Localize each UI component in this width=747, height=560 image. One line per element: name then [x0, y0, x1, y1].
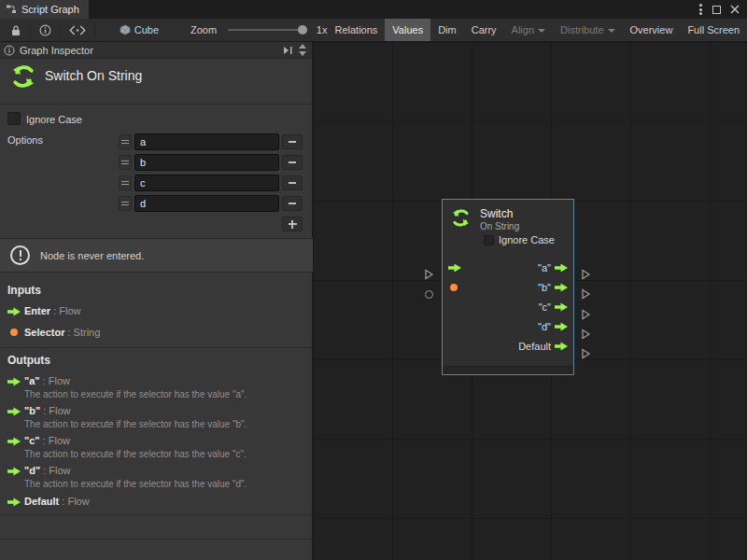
code-icon	[69, 25, 86, 35]
info-icon	[4, 45, 15, 56]
warning-icon	[10, 245, 30, 265]
tab-script-graph[interactable]: Script Graph	[0, 0, 89, 19]
minus-icon	[289, 141, 296, 143]
dim-button[interactable]: Dim	[430, 19, 464, 41]
flow-connector-icon[interactable]	[581, 309, 591, 320]
port-type: : Flow	[62, 496, 89, 507]
port-label: "d"	[538, 321, 551, 332]
carry-button[interactable]: Carry	[464, 19, 504, 41]
option-remove-button[interactable]	[282, 134, 303, 149]
port-name: "a"	[24, 375, 40, 386]
option-remove-button[interactable]	[282, 196, 303, 211]
node-subtitle: On String	[480, 221, 519, 231]
port-name: "b"	[24, 405, 40, 416]
warning-box: Node is never entered.	[0, 238, 313, 273]
code-preview-button[interactable]	[63, 19, 92, 41]
option-value-input[interactable]	[134, 175, 279, 191]
switch-unit-icon	[450, 207, 472, 229]
values-button[interactable]: Values	[385, 19, 430, 41]
toolbar-right-group: Relations Values Dim Carry Align Distrib…	[327, 19, 747, 41]
option-drag-handle[interactable]	[119, 196, 132, 211]
port-description: The action to execute if the selector ha…	[24, 419, 247, 429]
options-list	[119, 132, 303, 231]
dock-panel-icon[interactable]	[282, 46, 293, 55]
option-remove-button[interactable]	[282, 155, 303, 170]
flow-connector-icon[interactable]	[581, 269, 591, 280]
flow-port-icon	[7, 467, 21, 476]
option-drag-handle[interactable]	[119, 175, 132, 190]
flow-port-icon	[7, 377, 21, 386]
option-value-input[interactable]	[134, 195, 279, 212]
flow-connector-icon[interactable]	[581, 329, 591, 340]
switch-node[interactable]: Switch On String Ignore Case "a" "b"	[442, 199, 574, 375]
scroll-up-icon[interactable]	[299, 44, 306, 49]
relations-button[interactable]: Relations	[327, 19, 385, 41]
flow-connector-icon[interactable]	[581, 348, 591, 359]
scroll-down-icon[interactable]	[299, 51, 306, 56]
node-ignore-case-checkbox[interactable]	[484, 235, 494, 245]
value-connector-icon[interactable]	[425, 290, 433, 299]
flow-connector-icon[interactable]	[424, 269, 434, 280]
port-label: "a"	[538, 262, 551, 273]
port-type: : Flow	[43, 405, 70, 416]
align-label: Align	[512, 24, 534, 35]
minus-icon	[289, 203, 296, 204]
node-header[interactable]: Switch On String	[443, 200, 573, 231]
ignore-case-checkbox[interactable]	[7, 112, 21, 125]
option-remove-button[interactable]	[282, 175, 303, 190]
port-name: "c"	[24, 435, 40, 446]
output-default: Default : Flow	[24, 496, 90, 507]
output-c: "c" : Flow	[24, 435, 70, 446]
output-port-icon[interactable]	[555, 342, 568, 351]
graph-inspector-panel: Graph Inspector Switch On String Ignore …	[0, 42, 313, 560]
input-enter: Enter : Flow	[24, 305, 81, 316]
port-type: : Flow	[43, 435, 70, 446]
plus-icon	[289, 220, 297, 229]
flow-connector-icon[interactable]	[581, 288, 591, 300]
minus-icon	[289, 161, 296, 163]
option-row	[119, 152, 303, 173]
chevron-down-icon	[608, 29, 615, 33]
inspector-header: Graph Inspector	[0, 42, 312, 59]
selector-port-icon[interactable]	[450, 284, 458, 291]
port-name: Enter	[24, 305, 50, 316]
overview-button[interactable]: Overview	[623, 19, 681, 41]
graph-owner-button[interactable]: Cube	[112, 19, 166, 41]
switch-unit-icon	[9, 63, 37, 91]
port-type: : String	[67, 327, 100, 338]
output-a: "a" : Flow	[24, 375, 70, 386]
output-port-icon[interactable]	[555, 322, 568, 331]
zoom-slider-knob[interactable]	[298, 25, 307, 35]
graph-canvas[interactable]: Switch On String Ignore Case "a" "b"	[313, 42, 747, 560]
output-port-icon[interactable]	[555, 263, 568, 273]
panel-scroll-arrows[interactable]	[299, 44, 308, 56]
fullscreen-button[interactable]: Full Screen	[680, 19, 747, 41]
port-type: : Flow	[43, 465, 70, 476]
enter-port-icon[interactable]	[448, 263, 461, 273]
close-icon[interactable]	[730, 5, 740, 14]
distribute-label: Distribute	[560, 24, 603, 35]
zoom-label: Zoom	[190, 24, 217, 35]
window-menu-icon[interactable]	[699, 4, 703, 15]
node-footer	[443, 366, 573, 374]
option-value-input[interactable]	[134, 154, 279, 171]
option-drag-handle[interactable]	[119, 155, 132, 170]
lock-button[interactable]	[4, 19, 28, 41]
output-port-icon[interactable]	[555, 283, 568, 292]
info-button[interactable]	[33, 19, 58, 41]
port-row: "c"	[443, 297, 573, 316]
string-port-icon	[10, 329, 18, 336]
option-row	[119, 173, 303, 193]
node-ignore-case-label: Ignore Case	[499, 234, 555, 245]
zoom-slider[interactable]	[228, 29, 305, 31]
port-row: "d"	[443, 316, 573, 336]
option-value-input[interactable]	[134, 133, 279, 150]
option-drag-handle[interactable]	[119, 134, 132, 149]
options-label: Options	[7, 134, 43, 146]
option-add-button[interactable]	[282, 217, 303, 231]
chevron-down-icon	[538, 29, 545, 33]
port-name: Default	[24, 496, 59, 507]
output-port-icon[interactable]	[555, 302, 568, 312]
maximize-icon[interactable]	[712, 6, 721, 14]
inspector-title: Graph Inspector	[20, 45, 93, 56]
